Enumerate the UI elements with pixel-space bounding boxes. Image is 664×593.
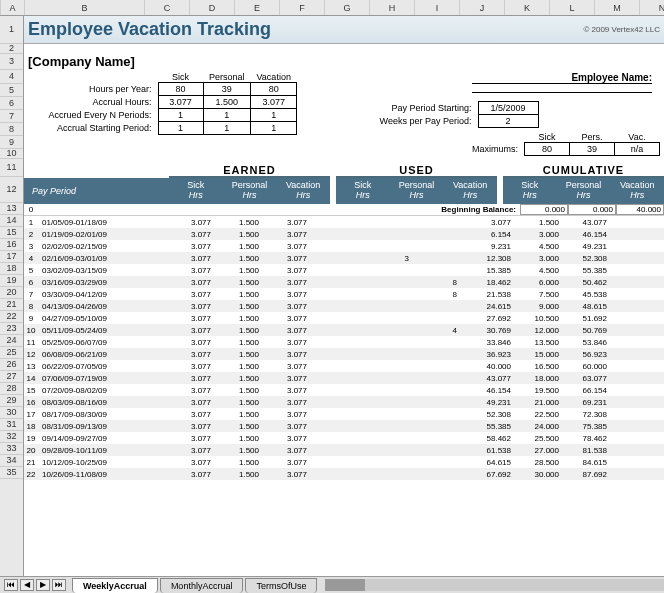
table-row[interactable]: 201/19/09-02/01/093.0771.5003.0776.1543.… — [24, 228, 664, 240]
horizontal-scrollbar[interactable] — [325, 579, 664, 591]
param-cell[interactable]: 39 — [203, 83, 251, 96]
earned-cell[interactable]: 3.077 — [265, 254, 313, 263]
earned-cell[interactable]: 3.077 — [265, 266, 313, 275]
earned-cell[interactable]: 3.077 — [265, 422, 313, 431]
table-row[interactable]: 101/05/09-01/18/093.0771.5003.0773.0771.… — [24, 216, 664, 228]
earned-cell[interactable]: 1.500 — [217, 446, 265, 455]
earned-cell[interactable]: 3.077 — [169, 410, 217, 419]
table-row[interactable]: 1708/17/09-08/30/093.0771.5003.07752.308… — [24, 408, 664, 420]
earned-cell[interactable]: 3.077 — [265, 386, 313, 395]
row-header[interactable]: 35 — [0, 467, 23, 479]
col-header-N[interactable]: N — [640, 0, 664, 15]
earned-cell[interactable]: 1.500 — [217, 302, 265, 311]
table-row[interactable]: 1306/22/09-07/05/093.0771.5003.07740.000… — [24, 360, 664, 372]
row-header[interactable]: 17 — [0, 251, 23, 263]
earned-cell[interactable]: 3.077 — [169, 446, 217, 455]
param-cell[interactable]: 1 — [158, 109, 203, 122]
earned-cell[interactable]: 1.500 — [217, 278, 265, 287]
row-header[interactable]: 16 — [0, 239, 23, 251]
row-header[interactable]: 30 — [0, 407, 23, 419]
earned-cell[interactable]: 1.500 — [217, 242, 265, 251]
row-header[interactable]: 11 — [0, 159, 23, 177]
table-row[interactable]: 1005/11/09-05/24/093.0771.5003.077430.76… — [24, 324, 664, 336]
table-row[interactable]: 2110/12/09-10/25/093.0771.5003.07764.615… — [24, 456, 664, 468]
earned-cell[interactable]: 3.077 — [169, 362, 217, 371]
row-header[interactable]: 10 — [0, 149, 23, 159]
earned-cell[interactable]: 1.500 — [217, 434, 265, 443]
earned-cell[interactable]: 3.077 — [265, 458, 313, 467]
tab-weekly[interactable]: WeeklyAccrual — [72, 578, 158, 593]
earned-cell[interactable]: 1.500 — [217, 350, 265, 359]
earned-cell[interactable]: 3.077 — [169, 422, 217, 431]
table-row[interactable]: 302/02/09-02/15/093.0771.5003.0779.2314.… — [24, 240, 664, 252]
earned-cell[interactable]: 1.500 — [217, 422, 265, 431]
tab-prev-icon[interactable]: ◀ — [20, 579, 34, 591]
earned-cell[interactable]: 1.500 — [217, 266, 265, 275]
param-cell[interactable]: 1 — [251, 122, 297, 135]
earned-cell[interactable]: 3.077 — [169, 290, 217, 299]
earned-cell[interactable]: 3.077 — [169, 254, 217, 263]
table-row[interactable]: 1206/08/09-06/21/093.0771.5003.07736.923… — [24, 348, 664, 360]
table-row[interactable]: 503/02/09-03/15/093.0771.5003.07715.3854… — [24, 264, 664, 276]
row-header[interactable]: 15 — [0, 227, 23, 239]
earned-cell[interactable]: 3.077 — [265, 242, 313, 251]
earned-cell[interactable]: 1.500 — [217, 386, 265, 395]
table-row[interactable]: 804/13/09-04/26/093.0771.5003.07724.6159… — [24, 300, 664, 312]
earned-cell[interactable]: 1.500 — [217, 338, 265, 347]
earned-cell[interactable]: 3.077 — [169, 302, 217, 311]
col-header-L[interactable]: L — [550, 0, 595, 15]
weeks-value[interactable]: 2 — [478, 115, 538, 128]
used-cell[interactable]: 3 — [367, 254, 415, 263]
col-header-I[interactable]: I — [415, 0, 460, 15]
earned-cell[interactable]: 3.077 — [265, 374, 313, 383]
row-header[interactable]: 28 — [0, 383, 23, 395]
earned-cell[interactable]: 3.077 — [169, 338, 217, 347]
row-header[interactable]: 6 — [0, 97, 23, 110]
earned-cell[interactable]: 1.500 — [217, 410, 265, 419]
table-row[interactable]: 1407/06/09-07/19/093.0771.5003.07743.077… — [24, 372, 664, 384]
row-header[interactable]: 22 — [0, 311, 23, 323]
row-header[interactable]: 18 — [0, 263, 23, 275]
table-row[interactable]: 1808/31/09-09/13/093.0771.5003.07755.385… — [24, 420, 664, 432]
pay-period-value[interactable]: 1/5/2009 — [478, 102, 538, 115]
earned-cell[interactable]: 3.077 — [265, 290, 313, 299]
earned-cell[interactable]: 3.077 — [169, 266, 217, 275]
earned-cell[interactable]: 1.500 — [217, 254, 265, 263]
tab-last-icon[interactable]: ⏭ — [52, 579, 66, 591]
row-header[interactable]: 34 — [0, 455, 23, 467]
row-header[interactable]: 23 — [0, 323, 23, 335]
earned-cell[interactable]: 3.077 — [265, 350, 313, 359]
row-header[interactable]: 7 — [0, 110, 23, 123]
earned-cell[interactable]: 3.077 — [169, 434, 217, 443]
used-cell[interactable]: 8 — [415, 278, 463, 287]
col-header-E[interactable]: E — [235, 0, 280, 15]
earned-cell[interactable]: 1.500 — [217, 326, 265, 335]
tab-first-icon[interactable]: ⏮ — [4, 579, 18, 591]
param-cell[interactable]: 80 — [158, 83, 203, 96]
table-row[interactable]: 1105/25/09-06/07/093.0771.5003.07733.846… — [24, 336, 664, 348]
earned-cell[interactable]: 3.077 — [265, 230, 313, 239]
table-row[interactable]: 402/16/09-03/01/093.0771.5003.077312.308… — [24, 252, 664, 264]
row-header[interactable]: 5 — [0, 84, 23, 97]
begin-vac[interactable]: 40.000 — [616, 204, 664, 215]
row-header[interactable]: 27 — [0, 371, 23, 383]
max-cell[interactable]: 80 — [525, 143, 570, 156]
table-row[interactable]: 2210/26/09-11/08/093.0771.5003.07767.692… — [24, 468, 664, 480]
earned-cell[interactable]: 1.500 — [217, 362, 265, 371]
col-header-M[interactable]: M — [595, 0, 640, 15]
earned-cell[interactable]: 3.077 — [265, 446, 313, 455]
col-header-F[interactable]: F — [280, 0, 325, 15]
row-header[interactable]: 20 — [0, 287, 23, 299]
table-row[interactable]: 703/30/09-04/12/093.0771.5003.077821.538… — [24, 288, 664, 300]
table-row[interactable]: 603/16/09-03/29/093.0771.5003.077818.462… — [24, 276, 664, 288]
max-cell[interactable]: 39 — [570, 143, 615, 156]
row-header[interactable]: 32 — [0, 431, 23, 443]
earned-cell[interactable]: 1.500 — [217, 458, 265, 467]
tab-next-icon[interactable]: ▶ — [36, 579, 50, 591]
earned-cell[interactable]: 3.077 — [265, 302, 313, 311]
row-header[interactable]: 21 — [0, 299, 23, 311]
earned-cell[interactable]: 3.077 — [169, 458, 217, 467]
col-header-J[interactable]: J — [460, 0, 505, 15]
table-row[interactable]: 1507/20/09-08/02/093.0771.5003.07746.154… — [24, 384, 664, 396]
row-header[interactable]: 31 — [0, 419, 23, 431]
